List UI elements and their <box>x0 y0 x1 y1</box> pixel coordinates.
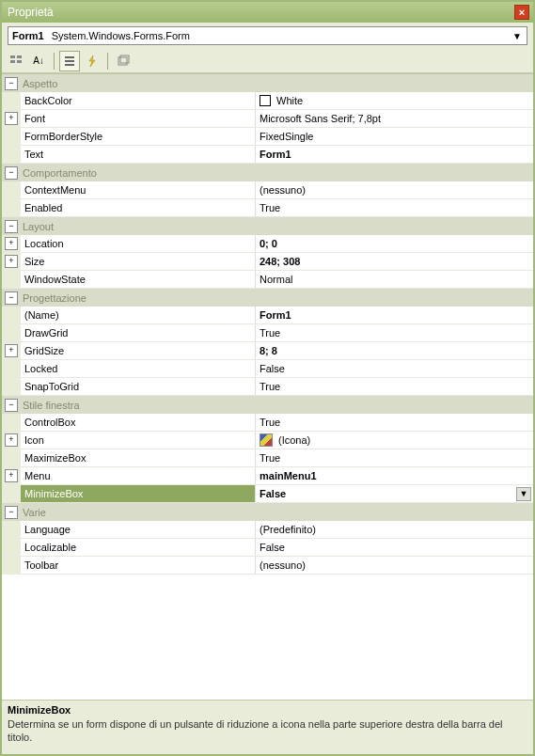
property-name: Size <box>21 253 256 270</box>
property-name: Menu <box>21 467 256 484</box>
properties-window: Proprietà × Form1 System.Windows.Forms.F… <box>0 0 535 756</box>
expand-icon[interactable]: + <box>5 237 18 250</box>
property-value[interactable]: (Icona) <box>256 432 533 449</box>
property-row[interactable]: TextForm1 <box>2 146 533 164</box>
property-row[interactable]: MinimizeBoxFalse▼ <box>2 485 533 503</box>
expand-cell: + <box>2 467 21 484</box>
category-header[interactable]: −Stile finestra <box>2 396 533 414</box>
property-row[interactable]: SnapToGridTrue <box>2 378 533 396</box>
property-row[interactable]: +Icon(Icona) <box>2 432 533 449</box>
property-value[interactable]: True <box>256 449 533 466</box>
property-row[interactable]: +MenumainMenu1 <box>2 467 533 485</box>
categorized-icon <box>9 55 23 68</box>
property-row[interactable]: BackColorWhite <box>2 92 533 110</box>
close-icon: × <box>519 7 525 18</box>
property-value[interactable]: (nessuno) <box>256 181 533 198</box>
property-value-text: mainMenu1 <box>260 470 317 481</box>
color-swatch <box>260 95 271 106</box>
property-value[interactable]: False <box>256 539 533 556</box>
close-button[interactable]: × <box>514 5 529 20</box>
property-value[interactable]: White <box>256 92 533 109</box>
property-value-text: (nessuno) <box>260 184 306 196</box>
property-row[interactable]: Language(Predefinito) <box>2 521 533 539</box>
alphabetical-button[interactable]: A↓ <box>28 51 49 71</box>
property-value-text: True <box>260 327 280 339</box>
property-value-text: FixedSingle <box>260 131 313 142</box>
expand-icon[interactable]: + <box>5 255 18 268</box>
object-selector[interactable]: Form1 System.Windows.Forms.Form ▼ <box>8 26 527 45</box>
properties-button[interactable] <box>59 51 80 71</box>
property-row[interactable]: ControlBoxTrue <box>2 414 533 432</box>
property-name: ControlBox <box>21 414 256 431</box>
property-row[interactable]: +FontMicrosoft Sans Serif; 7,8pt <box>2 110 533 128</box>
property-row[interactable]: Toolbar(nessuno) <box>2 557 533 575</box>
collapse-icon[interactable]: − <box>5 166 18 180</box>
property-value-text: 248; 308 <box>260 256 300 267</box>
property-row[interactable]: (Name)Form1 <box>2 307 533 324</box>
property-row[interactable]: FormBorderStyleFixedSingle <box>2 128 533 146</box>
category-header[interactable]: −Layout <box>2 217 533 235</box>
category-header[interactable]: −Comportamento <box>2 164 533 181</box>
expand-icon[interactable]: + <box>5 433 18 447</box>
expand-icon[interactable]: + <box>5 469 18 482</box>
titlebar[interactable]: Proprietà × <box>2 2 533 23</box>
property-row[interactable]: EnabledTrue <box>2 199 533 217</box>
property-grid[interactable]: −AspettoBackColorWhite+FontMicrosoft San… <box>2 73 533 700</box>
property-row[interactable]: +GridSize8; 8 <box>2 342 533 360</box>
property-row[interactable]: MaximizeBoxTrue <box>2 449 533 467</box>
property-value[interactable]: False▼ <box>256 485 533 502</box>
property-value[interactable]: (nessuno) <box>256 557 533 574</box>
property-value[interactable]: True <box>256 378 533 395</box>
property-value[interactable]: False <box>256 360 533 377</box>
chevron-down-icon[interactable]: ▼ <box>510 31 525 41</box>
selected-object-type: System.Windows.Forms.Form <box>52 30 190 41</box>
categorized-button[interactable] <box>6 51 26 71</box>
collapse-icon[interactable]: − <box>5 506 18 519</box>
property-value[interactable]: True <box>256 324 533 341</box>
property-pages-button[interactable] <box>113 51 134 71</box>
property-name: MinimizeBox <box>21 485 256 502</box>
category-label: Stile finestra <box>21 400 80 411</box>
property-value[interactable]: Microsoft Sans Serif; 7,8pt <box>256 110 533 127</box>
property-row[interactable]: WindowStateNormal <box>2 271 533 289</box>
collapse-icon[interactable]: − <box>5 399 18 412</box>
collapse-icon[interactable]: − <box>5 220 18 233</box>
svg-rect-7 <box>118 57 127 65</box>
property-value[interactable]: True <box>256 414 533 431</box>
property-value[interactable]: 0; 0 <box>256 235 533 252</box>
property-row[interactable]: ContextMenu(nessuno) <box>2 181 533 199</box>
category-header[interactable]: −Progettazione <box>2 289 533 307</box>
category-header[interactable]: −Aspetto <box>2 74 533 92</box>
property-row[interactable]: DrawGridTrue <box>2 324 533 342</box>
events-button[interactable] <box>82 51 102 71</box>
expand-icon[interactable]: + <box>5 112 18 125</box>
property-row[interactable]: +Location0; 0 <box>2 235 533 253</box>
expand-icon[interactable]: + <box>5 344 18 357</box>
category-header[interactable]: −Varie <box>2 503 533 521</box>
collapse-icon[interactable]: − <box>5 291 18 305</box>
property-value[interactable]: Form1 <box>256 307 533 323</box>
property-name: WindowState <box>21 271 256 288</box>
property-row[interactable]: LockedFalse <box>2 360 533 378</box>
property-value-text: (Icona) <box>278 434 310 446</box>
property-name: Location <box>21 235 256 252</box>
property-name: Toolbar <box>21 557 256 574</box>
property-value-text: (Predefinito) <box>260 524 316 535</box>
collapse-icon[interactable]: − <box>5 77 18 90</box>
expand-cell <box>2 128 21 145</box>
property-value[interactable]: mainMenu1 <box>256 467 533 484</box>
expand-cell <box>2 181 21 198</box>
property-value[interactable]: True <box>256 199 533 216</box>
property-value-text: White <box>276 95 303 106</box>
property-value[interactable]: 248; 308 <box>256 253 533 270</box>
chevron-down-icon[interactable]: ▼ <box>516 487 531 501</box>
svg-rect-0 <box>10 55 15 58</box>
property-row[interactable]: +Size248; 308 <box>2 253 533 271</box>
property-value[interactable]: FixedSingle <box>256 128 533 145</box>
property-value[interactable]: Normal <box>256 271 533 288</box>
property-row[interactable]: LocalizableFalse <box>2 539 533 557</box>
property-value[interactable]: (Predefinito) <box>256 521 533 538</box>
property-value-text: 0; 0 <box>260 238 277 249</box>
property-value[interactable]: Form1 <box>256 146 533 163</box>
property-value[interactable]: 8; 8 <box>256 342 533 359</box>
